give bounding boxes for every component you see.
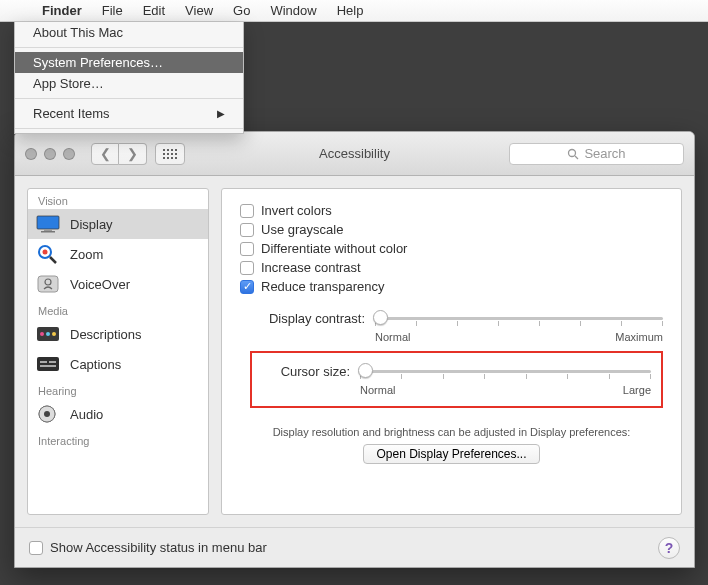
- search-icon: [567, 148, 579, 160]
- cursor-size-slider[interactable]: [360, 361, 651, 381]
- svg-rect-15: [40, 361, 47, 363]
- sidebar-item-display[interactable]: Display: [28, 209, 208, 239]
- checkbox[interactable]: ✓: [240, 280, 254, 294]
- grid-icon: [163, 149, 177, 159]
- back-button[interactable]: ❮: [91, 143, 119, 165]
- sidebar-item-audio[interactable]: Audio: [28, 399, 208, 429]
- svg-point-12: [46, 332, 50, 336]
- menu-app-store[interactable]: App Store…: [15, 73, 243, 94]
- open-display-preferences-button[interactable]: Open Display Preferences...: [363, 444, 539, 464]
- zoom-icon: [36, 244, 60, 264]
- checkbox[interactable]: [240, 261, 254, 275]
- sidebar-group-vision: Vision: [28, 189, 208, 209]
- option-use-grayscale[interactable]: Use grayscale: [240, 222, 663, 237]
- descriptions-icon: [36, 324, 60, 344]
- checkbox[interactable]: [240, 223, 254, 237]
- menubar-edit[interactable]: Edit: [133, 0, 175, 21]
- cursor-size-label: Cursor size:: [262, 364, 350, 379]
- window-content: Vision Display Zoom VoiceOver Media Desc…: [15, 176, 694, 527]
- sidebar-item-label: Display: [70, 217, 113, 232]
- display-contrast-label: Display contrast:: [260, 311, 365, 326]
- search-placeholder: Search: [584, 146, 625, 161]
- category-sidebar: Vision Display Zoom VoiceOver Media Desc…: [27, 188, 209, 515]
- help-text: Display resolution and brightness can be…: [240, 426, 663, 438]
- option-invert-colors[interactable]: Invert colors: [240, 203, 663, 218]
- svg-line-7: [50, 257, 56, 263]
- cursor-size-highlight: Cursor size: Normal Large: [250, 351, 663, 408]
- svg-point-20: [44, 411, 50, 417]
- option-increase-contrast[interactable]: Increase contrast: [240, 260, 663, 275]
- apple-menu[interactable]: [0, 0, 32, 21]
- voiceover-icon: [36, 274, 60, 294]
- slider-min-label: Normal: [360, 384, 395, 396]
- menu-separator: [15, 47, 243, 48]
- slider-thumb[interactable]: [373, 310, 388, 325]
- menubar-help[interactable]: Help: [327, 0, 374, 21]
- show-all-button[interactable]: [155, 143, 185, 165]
- menubar-file[interactable]: File: [92, 0, 133, 21]
- close-button[interactable]: [25, 148, 37, 160]
- menubar-app[interactable]: Finder: [32, 0, 92, 21]
- svg-point-13: [52, 332, 56, 336]
- menubar-window[interactable]: Window: [260, 0, 326, 21]
- sidebar-item-label: Zoom: [70, 247, 103, 262]
- search-input[interactable]: Search: [509, 143, 684, 165]
- svg-rect-8: [38, 276, 58, 292]
- sidebar-item-label: Descriptions: [70, 327, 142, 342]
- svg-point-0: [569, 149, 576, 156]
- footer-checkbox-label: Show Accessibility status in menu bar: [50, 540, 267, 555]
- menubar-go[interactable]: Go: [223, 0, 260, 21]
- footer-checkbox[interactable]: [29, 541, 43, 555]
- svg-rect-14: [37, 357, 59, 371]
- sidebar-group-hearing: Hearing: [28, 379, 208, 399]
- menubar: Finder File Edit View Go Window Help: [0, 0, 708, 22]
- svg-rect-4: [41, 231, 55, 233]
- menu-recent-items[interactable]: Recent Items▶: [15, 103, 243, 124]
- window-title: Accessibility: [319, 146, 390, 161]
- settings-panel: Invert colors Use grayscale Differentiat…: [221, 188, 682, 515]
- display-icon: [36, 214, 60, 234]
- menu-separator: [15, 128, 243, 129]
- svg-point-6: [43, 250, 48, 255]
- apple-menu-dropdown: About This Mac System Preferences… App S…: [14, 22, 244, 134]
- slider-thumb[interactable]: [358, 363, 373, 378]
- sidebar-item-zoom[interactable]: Zoom: [28, 239, 208, 269]
- svg-rect-3: [44, 229, 52, 231]
- minimize-button[interactable]: [44, 148, 56, 160]
- zoom-button[interactable]: [63, 148, 75, 160]
- captions-icon: [36, 354, 60, 374]
- checkbox[interactable]: [240, 242, 254, 256]
- window-toolbar: ❮ ❯ Accessibility Search: [15, 132, 694, 176]
- menu-separator: [15, 98, 243, 99]
- svg-rect-17: [40, 365, 56, 367]
- nav-buttons: ❮ ❯: [91, 143, 147, 165]
- sidebar-group-interacting: Interacting: [28, 429, 208, 449]
- option-differentiate[interactable]: Differentiate without color: [240, 241, 663, 256]
- sidebar-item-captions[interactable]: Captions: [28, 349, 208, 379]
- svg-rect-2: [37, 216, 59, 229]
- svg-rect-16: [49, 361, 56, 363]
- forward-button[interactable]: ❯: [119, 143, 147, 165]
- window-controls: [25, 148, 75, 160]
- sidebar-item-label: Audio: [70, 407, 103, 422]
- checkbox[interactable]: [240, 204, 254, 218]
- sidebar-item-descriptions[interactable]: Descriptions: [28, 319, 208, 349]
- svg-point-11: [40, 332, 44, 336]
- help-button[interactable]: ?: [658, 537, 680, 559]
- slider-max-label: Maximum: [615, 331, 663, 343]
- chevron-right-icon: ▶: [217, 108, 225, 119]
- display-contrast-slider[interactable]: [375, 308, 663, 328]
- sidebar-item-voiceover[interactable]: VoiceOver: [28, 269, 208, 299]
- menu-system-preferences[interactable]: System Preferences…: [15, 52, 243, 73]
- display-contrast-block: Display contrast: Normal Maximum: [260, 308, 663, 343]
- menu-about-this-mac[interactable]: About This Mac: [15, 22, 243, 43]
- sidebar-item-label: VoiceOver: [70, 277, 130, 292]
- menubar-view[interactable]: View: [175, 0, 223, 21]
- slider-min-label: Normal: [375, 331, 410, 343]
- slider-max-label: Large: [623, 384, 651, 396]
- sidebar-group-media: Media: [28, 299, 208, 319]
- audio-icon: [36, 404, 60, 424]
- option-reduce-transparency[interactable]: ✓Reduce transparency: [240, 279, 663, 294]
- window-footer: Show Accessibility status in menu bar ?: [15, 527, 694, 567]
- sidebar-item-label: Captions: [70, 357, 121, 372]
